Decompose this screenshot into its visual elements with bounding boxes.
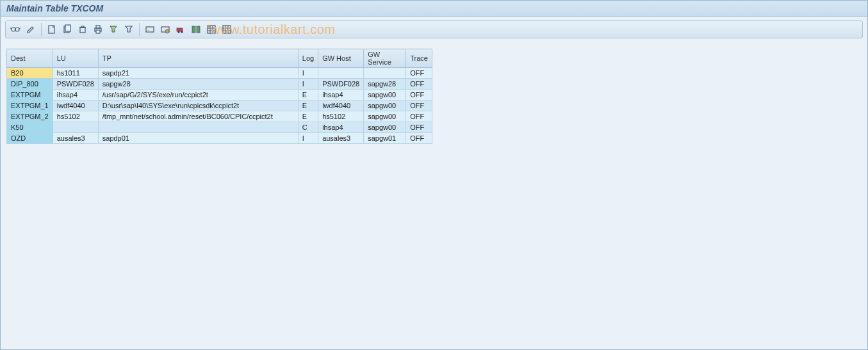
cell-dest[interactable]: DIP_800	[7, 79, 53, 90]
table-header-row: Dest LU TP Log GW Host GW Service Trace	[7, 49, 432, 68]
new-entry-icon[interactable]	[45, 22, 59, 36]
svg-rect-28	[208, 26, 210, 28]
separator	[139, 23, 140, 36]
delete-icon[interactable]	[76, 22, 90, 36]
select-all-icon[interactable]	[204, 22, 218, 36]
cell-lu[interactable]: ausales3	[53, 133, 98, 144]
svg-line-5	[32, 27, 33, 28]
cell-lu[interactable]: ihsap4	[53, 90, 98, 100]
cell-gws[interactable]: sapgw28	[364, 79, 406, 90]
cell-lu[interactable]: hs5102	[53, 111, 98, 122]
cell-trace[interactable]: OFF	[406, 68, 432, 79]
cell-log[interactable]: C	[298, 122, 318, 133]
filter-icon[interactable]	[122, 22, 136, 36]
cell-dest[interactable]: B20	[7, 68, 53, 79]
cell-log[interactable]: E	[298, 90, 318, 100]
cell-gws[interactable]: sapgw00	[364, 90, 406, 100]
cell-gwh[interactable]: ihsap4	[318, 90, 364, 100]
cell-tp[interactable]: D:\usr\sap\I40\SYS\exe\run\cpicsdk\ccpic…	[98, 100, 298, 111]
cell-log[interactable]: I	[298, 68, 318, 79]
cell-tp[interactable]: sapdp21	[98, 68, 298, 79]
cell-dest[interactable]: OZD	[7, 133, 53, 144]
cell-dest[interactable]: EXTPGM_2	[7, 111, 53, 122]
svg-rect-29	[223, 26, 231, 33]
table-row[interactable]: OZDausales3sapdp01Iausales3sapgw01OFF	[7, 133, 432, 144]
cell-trace[interactable]: OFF	[406, 111, 432, 122]
cell-log[interactable]: I	[298, 79, 318, 90]
cell-lu[interactable]	[53, 122, 98, 133]
compare-icon[interactable]	[189, 22, 203, 36]
cell-gwh[interactable]: ihsap4	[318, 122, 364, 133]
table-row[interactable]: EXTPGM_1iwdf4040D:\usr\sap\I40\SYS\exe\r…	[7, 100, 432, 111]
svg-rect-21	[192, 26, 195, 33]
cell-gwh[interactable]	[318, 68, 364, 79]
cell-tp[interactable]: /tmp_mnt/net/school.admin/reset/BC060/CP…	[98, 111, 298, 122]
cell-gws[interactable]: sapgw00	[364, 122, 406, 133]
cell-tp[interactable]	[98, 122, 298, 133]
table-area: Dest LU TP Log GW Host GW Service Trace …	[0, 44, 868, 149]
col-header-trace[interactable]: Trace	[406, 49, 432, 68]
cell-gwh[interactable]: PSWDF028	[318, 79, 364, 90]
col-header-dest[interactable]: Dest	[7, 49, 53, 68]
transport-icon[interactable]	[174, 22, 188, 36]
sort-icon[interactable]	[106, 22, 120, 36]
svg-point-17	[165, 29, 169, 33]
cell-log[interactable]: E	[298, 111, 318, 122]
table-row[interactable]: EXTPGMihsap4/usr/sap/G/2/SYS/exe/run/ccp…	[7, 90, 432, 100]
svg-point-0	[12, 28, 15, 31]
table-row[interactable]: EXTPGM_2hs5102/tmp_mnt/net/school.admin/…	[7, 111, 432, 122]
cell-trace[interactable]: OFF	[406, 100, 432, 111]
toolbar: www.tutorialkart.com	[5, 20, 863, 38]
col-header-gwhost[interactable]: GW Host	[318, 49, 364, 68]
txcom-table[interactable]: Dest LU TP Log GW Host GW Service Trace …	[6, 49, 432, 144]
change-icon[interactable]	[24, 22, 38, 36]
svg-rect-14	[96, 26, 100, 28]
cell-trace[interactable]: OFF	[406, 90, 432, 100]
title-bar: Maintain Table TXCOM	[0, 0, 868, 17]
cell-gwh[interactable]: hs5102	[318, 111, 364, 122]
col-header-log[interactable]: Log	[298, 49, 318, 68]
cell-gws[interactable]: sapgw01	[364, 133, 406, 144]
svg-point-19	[178, 31, 180, 33]
page-title: Maintain Table TXCOM	[6, 3, 103, 13]
col-header-lu[interactable]: LU	[53, 49, 98, 68]
cell-trace[interactable]: OFF	[406, 79, 432, 90]
svg-rect-9	[80, 28, 85, 33]
separator	[41, 23, 42, 36]
table-body: B20hs1011sapdp21IOFFDIP_800PSWDF028sapgw…	[7, 68, 432, 144]
display-icon[interactable]	[8, 22, 22, 36]
table-settings-icon[interactable]	[220, 22, 234, 36]
cell-gws[interactable]: sapgw00	[364, 100, 406, 111]
cell-gwh[interactable]: ausales3	[318, 133, 364, 144]
svg-point-20	[181, 31, 183, 33]
cell-tp[interactable]: /usr/sap/G/2/SYS/exe/run/ccpict2t	[98, 90, 298, 100]
col-header-tp[interactable]: TP	[98, 49, 298, 68]
svg-point-1	[15, 28, 19, 31]
cell-gws[interactable]: sapgw00	[364, 111, 406, 122]
cell-trace[interactable]: OFF	[406, 122, 432, 133]
cell-lu[interactable]: PSWDF028	[53, 79, 98, 90]
cell-dest[interactable]: K50	[7, 122, 53, 133]
toolbar-container: www.tutorialkart.com	[0, 17, 868, 44]
copy-icon[interactable]	[60, 22, 74, 36]
cell-log[interactable]: E	[298, 100, 318, 111]
cell-tp[interactable]: sapgw28	[98, 79, 298, 90]
cell-trace[interactable]: OFF	[406, 133, 432, 144]
cell-lu[interactable]: iwdf4040	[53, 100, 98, 111]
col-header-gwservice[interactable]: GW Service	[364, 49, 406, 68]
svg-rect-22	[197, 26, 200, 33]
cell-dest[interactable]: EXTPGM	[7, 90, 53, 100]
cell-tp[interactable]: sapdp01	[98, 133, 298, 144]
cell-gwh[interactable]: iwdf4040	[318, 100, 364, 111]
cell-gws[interactable]	[364, 68, 406, 79]
print-icon[interactable]	[91, 22, 105, 36]
table-row[interactable]: K50Cihsap4sapgw00OFF	[7, 122, 432, 133]
variant-get-icon[interactable]	[158, 22, 172, 36]
svg-rect-8	[65, 25, 70, 31]
cell-dest[interactable]: EXTPGM_1	[7, 100, 53, 111]
variant-save-icon[interactable]	[143, 22, 157, 36]
table-row[interactable]: DIP_800PSWDF028sapgw28IPSWDF028sapgw28OF…	[7, 79, 432, 90]
cell-log[interactable]: I	[298, 133, 318, 144]
cell-lu[interactable]: hs1011	[53, 68, 98, 79]
table-row[interactable]: B20hs1011sapdp21IOFF	[7, 68, 432, 79]
